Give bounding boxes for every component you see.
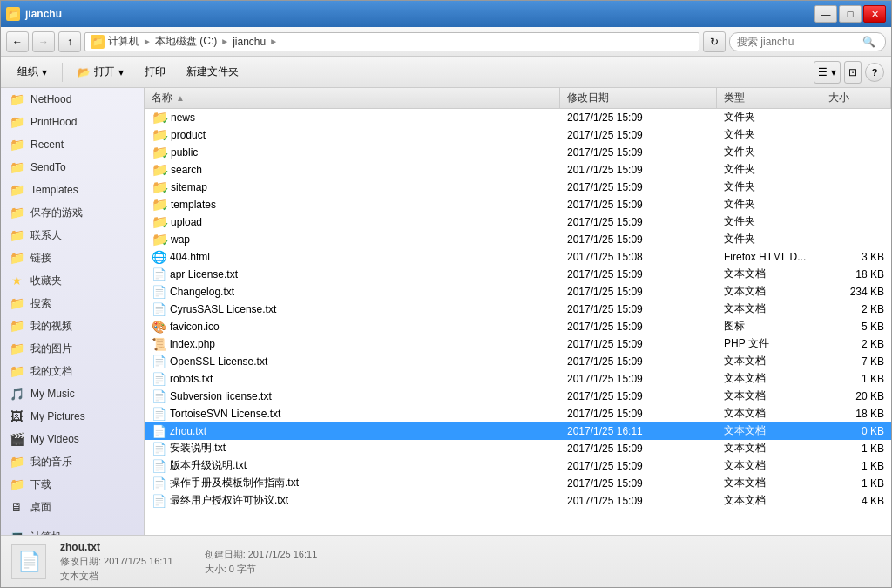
- sidebar-item-mydocuments[interactable]: 📁 我的文档: [1, 360, 144, 382]
- sidebar-item-label: 下载: [30, 477, 51, 492]
- file-modified-cell: 2017/1/25 15:09: [560, 460, 717, 472]
- col-size[interactable]: 大小: [821, 88, 891, 108]
- table-row[interactable]: 📄 版本升级说明.txt2017/1/25 15:09文本文档1 KB: [145, 457, 891, 475]
- search-icon[interactable]: 🔍: [862, 36, 875, 48]
- sidebar-item-favorites[interactable]: ★ 收藏夹: [1, 269, 144, 292]
- sidebar-item-desktop[interactable]: 🖥 桌面: [1, 496, 144, 518]
- folder-icon: 📁: [8, 91, 25, 108]
- table-row[interactable]: 📄 apr License.txt2017/1/25 15:09文本文档18 K…: [145, 266, 891, 283]
- file-name: templates: [171, 199, 216, 211]
- col-modified[interactable]: 修改日期: [560, 88, 717, 108]
- table-row[interactable]: 📄 Changelog.txt2017/1/25 15:09文本文档234 KB: [145, 283, 891, 301]
- refresh-button[interactable]: ↻: [703, 31, 726, 52]
- file-name-cell: 🎨 favicon.ico: [145, 320, 560, 334]
- pane-button[interactable]: ⊡: [844, 61, 862, 84]
- table-row[interactable]: 🎨 favicon.ico2017/1/25 15:09图标5 KB: [145, 318, 891, 335]
- sidebar-item-recent[interactable]: 📁 Recent: [1, 133, 144, 156]
- close-button[interactable]: ✕: [863, 5, 886, 23]
- table-row[interactable]: 📜 index.php2017/1/25 15:09PHP 文件2 KB: [145, 335, 891, 353]
- table-row[interactable]: 📄 最终用户授权许可协议.txt2017/1/25 15:09文本文档4 KB: [145, 492, 891, 510]
- file-size-cell: 18 KB: [821, 268, 891, 280]
- sidebar-item-nethood[interactable]: 📁 NetHood: [1, 88, 144, 111]
- sidebar-item-printhood[interactable]: 📁 PrintHood: [1, 111, 144, 133]
- address-path[interactable]: 📁 计算机 ► 本地磁盘 (C:) ► jianchu ►: [84, 32, 699, 51]
- file-name: CyrusSASL License.txt: [170, 303, 276, 315]
- table-row[interactable]: 📄 操作手册及模板制作指南.txt2017/1/25 15:09文本文档1 KB: [145, 475, 891, 492]
- sidebar-item-savedgames[interactable]: 📁 保存的游戏: [1, 201, 144, 224]
- file-modified-cell: 2017/1/25 15:09: [560, 199, 717, 211]
- open-label: 打开: [94, 64, 115, 79]
- folder-icon: 📁: [8, 181, 25, 199]
- video-icon: 🎬: [8, 430, 25, 448]
- table-row[interactable]: 📁✓ sitemap2017/1/25 15:09文件夹: [145, 179, 891, 196]
- sidebar-item-downloads[interactable]: 📁 下载: [1, 473, 144, 496]
- table-row[interactable]: 📄 CyrusSASL License.txt2017/1/25 15:09文本…: [145, 301, 891, 318]
- txt-icon: 📄: [152, 442, 166, 456]
- folder-icon: 📁: [8, 113, 25, 131]
- sidebar-item-links[interactable]: 📁 链接: [1, 247, 144, 269]
- help-button[interactable]: ?: [865, 63, 884, 82]
- file-type-cell: 文件夹: [717, 232, 821, 247]
- breadcrumb-current[interactable]: jianchu: [233, 36, 266, 48]
- sidebar-item-contacts[interactable]: 📁 联系人: [1, 224, 144, 247]
- table-row[interactable]: 📁✓ search2017/1/25 15:09文件夹: [145, 161, 891, 179]
- up-button[interactable]: ↑: [58, 31, 81, 52]
- table-row[interactable]: 📄 Subversion license.txt2017/1/25 15:09文…: [145, 388, 891, 405]
- ico-icon: 🎨: [152, 320, 166, 334]
- maximize-button[interactable]: □: [839, 5, 862, 23]
- table-row[interactable]: 📄 TortoiseSVN License.txt2017/1/25 15:09…: [145, 405, 891, 422]
- table-row[interactable]: 📄 OpenSSL License.txt2017/1/25 15:09文本文档…: [145, 353, 891, 370]
- file-modified-cell: 2017/1/25 16:11: [560, 425, 717, 437]
- search-input[interactable]: [737, 36, 859, 48]
- view-button[interactable]: ☰ ▾: [814, 61, 841, 84]
- file-name-cell: 📄 OpenSSL License.txt: [145, 355, 560, 368]
- file-type-cell: 文本文档: [717, 389, 821, 403]
- table-row[interactable]: 📁✓ public2017/1/25 15:09文件夹: [145, 144, 891, 161]
- back-button[interactable]: ←: [6, 31, 29, 52]
- newfolder-button[interactable]: 新建文件夹: [177, 61, 248, 84]
- file-modified-cell: 2017/1/25 15:09: [560, 321, 717, 333]
- forward-button[interactable]: →: [32, 31, 55, 52]
- table-row[interactable]: 📁✓ wap2017/1/25 15:09文件夹: [145, 231, 891, 248]
- sidebar-item-my-pictures[interactable]: 🖼 My Pictures: [1, 405, 144, 428]
- table-row[interactable]: 📄 安装说明.txt2017/1/25 15:09文本文档1 KB: [145, 440, 891, 457]
- table-row[interactable]: 📄 robots.txt2017/1/25 15:09文本文档1 KB: [145, 370, 891, 388]
- folder-icon: 📁: [8, 159, 25, 176]
- file-modified-cell: 2017/1/25 15:09: [560, 112, 717, 124]
- txt-icon: 📄: [152, 372, 166, 386]
- sidebar-item-mypictures[interactable]: 📁 我的图片: [1, 337, 144, 360]
- sidebar-item-search[interactable]: 📁 搜索: [1, 292, 144, 314]
- txt-icon: 📄: [152, 424, 166, 438]
- sidebar-item-my-videos[interactable]: 🎬 My Videos: [1, 428, 144, 450]
- table-row[interactable]: 📁✓ product2017/1/25 15:09文件夹: [145, 126, 891, 144]
- folder-icon: 📁✓: [152, 145, 167, 160]
- sidebar-item-templates[interactable]: 📁 Templates: [1, 179, 144, 201]
- file-type-cell: 文件夹: [717, 110, 821, 125]
- table-row[interactable]: 📄 zhou.txt2017/1/25 16:11文本文档0 KB: [145, 422, 891, 440]
- minimize-button[interactable]: —: [814, 5, 837, 23]
- breadcrumb-computer[interactable]: 计算机: [108, 34, 139, 49]
- organize-button[interactable]: 组织 ▾: [8, 61, 57, 84]
- col-type[interactable]: 类型: [717, 88, 821, 108]
- file-name: TortoiseSVN License.txt: [170, 408, 280, 420]
- table-row[interactable]: 📁✓ upload2017/1/25 15:09文件夹: [145, 213, 891, 231]
- col-name[interactable]: 名称 ▲: [145, 88, 560, 108]
- file-type-cell: 文件夹: [717, 127, 821, 142]
- table-row[interactable]: 📁✓ templates2017/1/25 15:09文件夹: [145, 196, 891, 213]
- status-filename: zhou.txt: [60, 541, 173, 553]
- sidebar-item-label: 我的音乐: [30, 455, 72, 470]
- sidebar-item-myvideos[interactable]: 📁 我的视频: [1, 314, 144, 337]
- print-button[interactable]: 打印: [135, 61, 175, 84]
- table-row[interactable]: 📁✓ news2017/1/25 15:09文件夹: [145, 109, 891, 126]
- file-size-cell: 234 KB: [821, 286, 891, 298]
- open-button[interactable]: 📂 打开 ▾: [68, 61, 133, 84]
- sidebar-item-computer[interactable]: 💻 计算机: [1, 525, 144, 535]
- sidebar-item-sendto[interactable]: 📁 SendTo: [1, 156, 144, 179]
- file-name-cell: 📁✓ sitemap: [145, 179, 560, 195]
- table-row[interactable]: 🌐 404.html2017/1/25 15:08Firefox HTML D.…: [145, 248, 891, 266]
- sidebar-item-mymusic[interactable]: 🎵 My Music: [1, 382, 144, 405]
- sidebar-item-mymusic2[interactable]: 📁 我的音乐: [1, 450, 144, 473]
- file-name-cell: 📄 apr License.txt: [145, 267, 560, 281]
- file-type-cell: 文件夹: [717, 162, 821, 177]
- breadcrumb-drive[interactable]: 本地磁盘 (C:): [155, 34, 217, 49]
